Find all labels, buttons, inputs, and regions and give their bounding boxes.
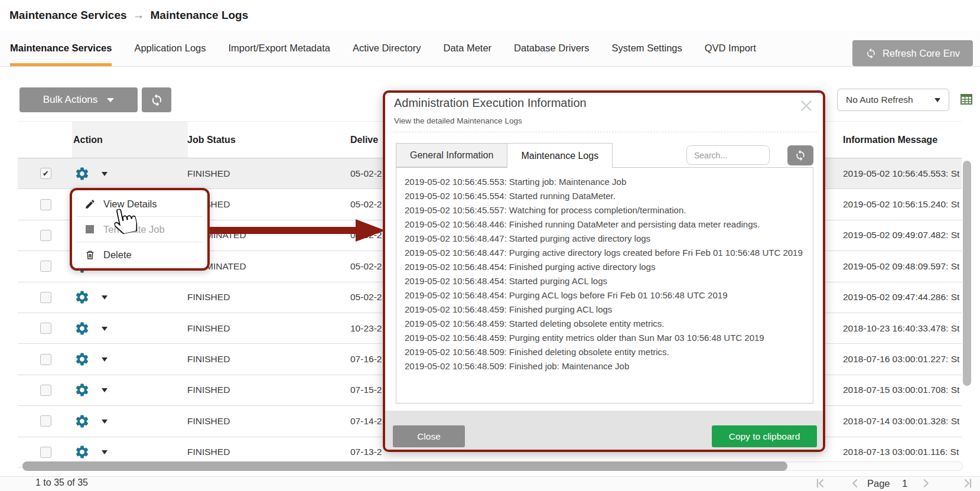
gear-icon[interactable] <box>74 414 90 429</box>
information-message-cell: 2018-10-23 16:40:33.478: St <box>843 313 962 343</box>
trash-icon <box>84 249 96 261</box>
main-tab[interactable]: Data Meter <box>443 31 491 66</box>
gear-icon[interactable] <box>74 382 90 398</box>
row-checkbox[interactable]: ✔ <box>40 415 51 427</box>
log-line: 2019-05-02 10:56:48.454: Purging ACL log… <box>405 288 805 303</box>
context-menu-item[interactable]: Terminate Job <box>77 217 203 242</box>
column-header-information-message[interactable]: Information Message <box>843 122 962 158</box>
log-line: 2019-05-02 10:56:48.509: Finished job: M… <box>405 359 805 373</box>
log-line: 2019-05-02 10:56:48.459: Finished purgin… <box>405 303 805 317</box>
next-page-icon <box>919 477 932 490</box>
log-line: 2019-05-02 10:56:48.454: Finished purgin… <box>405 260 805 274</box>
row-checkbox[interactable]: ✔ <box>40 168 51 179</box>
auto-refresh-select[interactable]: No Auto Refresh <box>837 89 949 111</box>
copy-to-clipboard-button[interactable]: Copy to clipboard <box>712 425 817 447</box>
delivered-cell: 05-02-2 <box>350 282 383 313</box>
page-number[interactable]: 1 <box>902 478 907 489</box>
modal-subtitle: View the detailed Maintenance Logs <box>394 116 522 125</box>
column-header-job-status[interactable]: Job Status <box>187 122 329 158</box>
search-input[interactable] <box>686 145 770 165</box>
caret-down-icon[interactable] <box>102 327 108 331</box>
prev-page-icon <box>849 477 862 490</box>
sync-icon <box>865 48 877 59</box>
job-status-cell: FINISHED <box>187 158 329 188</box>
row-checkbox[interactable]: ✔ <box>40 447 51 458</box>
log-line: 2019-05-02 10:56:48.459: Started deletin… <box>405 317 805 331</box>
column-header-action[interactable]: Action <box>73 122 180 158</box>
log-line: 2019-05-02 10:56:48.454: Started purging… <box>405 274 805 288</box>
annotation-arrow-shaft <box>210 227 358 234</box>
delivered-cell: 07-16-2 <box>350 344 383 374</box>
main-tab[interactable]: System Settings <box>612 31 682 66</box>
first-page-icon <box>814 477 827 490</box>
refresh-core-env-button[interactable]: Refresh Core Env <box>852 40 973 66</box>
log-line: 2019-05-02 10:56:48.447: Purging active … <box>405 246 805 260</box>
main-tab[interactable]: QVD Import <box>705 31 756 66</box>
maintenance-log-panel[interactable]: 2019-05-02 10:56:45.553: Starting job: M… <box>396 167 813 404</box>
refresh-table-button[interactable] <box>142 87 171 112</box>
delivered-cell: 05-02-2 <box>350 189 383 219</box>
close-icon[interactable] <box>798 97 815 116</box>
vertical-scrollbar-thumb[interactable] <box>963 161 971 386</box>
caret-down-icon <box>935 98 940 102</box>
delivered-cell: 05-02-2 <box>350 158 383 188</box>
close-button[interactable]: Close <box>393 425 465 447</box>
information-message-cell: 2018-07-16 03:00:01.227: St <box>843 344 962 374</box>
modal-tab[interactable]: General Information <box>396 143 507 167</box>
main-tab[interactable]: Application Logs <box>134 31 206 66</box>
job-status-cell: FINISHED <box>187 375 329 405</box>
table-view-icon[interactable] <box>959 92 974 109</box>
main-tab[interactable]: Active Directory <box>353 31 421 66</box>
job-status-cell: FINISHED <box>187 282 329 313</box>
delivered-cell: 10-23-2 <box>350 313 383 343</box>
log-line: 2019-05-02 10:56:48.446: Finished runnin… <box>405 217 805 232</box>
job-status-cell: FINISHED <box>187 406 329 436</box>
delivered-cell: 05-02-2 <box>350 251 383 281</box>
job-status-cell: FINISHED <box>187 344 329 374</box>
gear-icon[interactable] <box>74 321 90 336</box>
row-checkbox[interactable]: ✔ <box>40 354 51 365</box>
column-header-delivered[interactable]: Delive <box>350 122 383 158</box>
caret-down-icon[interactable] <box>102 450 108 454</box>
gear-icon[interactable] <box>74 166 90 181</box>
next-page-button[interactable] <box>919 477 932 490</box>
row-checkbox[interactable]: ✔ <box>40 323 51 334</box>
gear-icon[interactable] <box>74 290 90 305</box>
caret-down-icon[interactable] <box>102 420 108 424</box>
caret-down-icon[interactable] <box>102 357 108 362</box>
modal-title: Administration Execution Information <box>394 96 587 110</box>
caret-down-icon[interactable] <box>102 172 108 176</box>
caret-down-icon[interactable] <box>102 388 108 392</box>
modal-tab[interactable]: Maintenance Logs <box>507 143 613 168</box>
main-tab[interactable]: Database Drivers <box>514 31 589 66</box>
refresh-logs-button[interactable] <box>787 145 813 165</box>
breadcrumb-root[interactable]: Maintenance Services <box>9 9 127 22</box>
main-tab[interactable]: Maintenance Services <box>10 31 112 66</box>
row-checkbox[interactable]: ✔ <box>40 385 51 396</box>
gear-icon[interactable] <box>74 444 90 460</box>
prev-page-button[interactable] <box>849 477 862 490</box>
row-checkbox[interactable]: ✔ <box>40 292 51 303</box>
sync-icon <box>150 93 164 107</box>
sync-icon <box>795 149 806 161</box>
app-window: Maintenance Services → Maintenance Logs … <box>0 0 980 491</box>
row-checkbox[interactable]: ✔ <box>40 199 51 210</box>
log-line: 2019-05-02 10:56:48.447: Started purging… <box>405 232 805 246</box>
main-tab[interactable]: Import/Export Metadata <box>229 31 330 66</box>
job-status-cell: FINISHED <box>187 313 329 343</box>
breadcrumb: Maintenance Services → Maintenance Logs <box>9 8 248 22</box>
first-page-button[interactable] <box>814 477 827 490</box>
context-menu-item[interactable]: View Details <box>77 191 203 217</box>
annotation-arrow-head <box>356 219 385 242</box>
horizontal-scrollbar-thumb[interactable] <box>22 461 787 471</box>
log-line: 2019-05-02 10:56:48.459: Purging entity … <box>405 331 805 345</box>
gear-icon[interactable] <box>74 352 90 367</box>
row-context-menu: View Details Terminate Job Delete <box>70 188 210 271</box>
row-checkbox[interactable]: ✔ <box>40 261 51 272</box>
row-checkbox[interactable]: ✔ <box>40 230 51 241</box>
last-page-button[interactable] <box>961 477 974 490</box>
bulk-actions-button[interactable]: Bulk Actions <box>19 87 138 112</box>
caret-down-icon[interactable] <box>102 295 108 300</box>
pencil-icon <box>84 199 96 210</box>
context-menu-item[interactable]: Delete <box>77 242 203 268</box>
